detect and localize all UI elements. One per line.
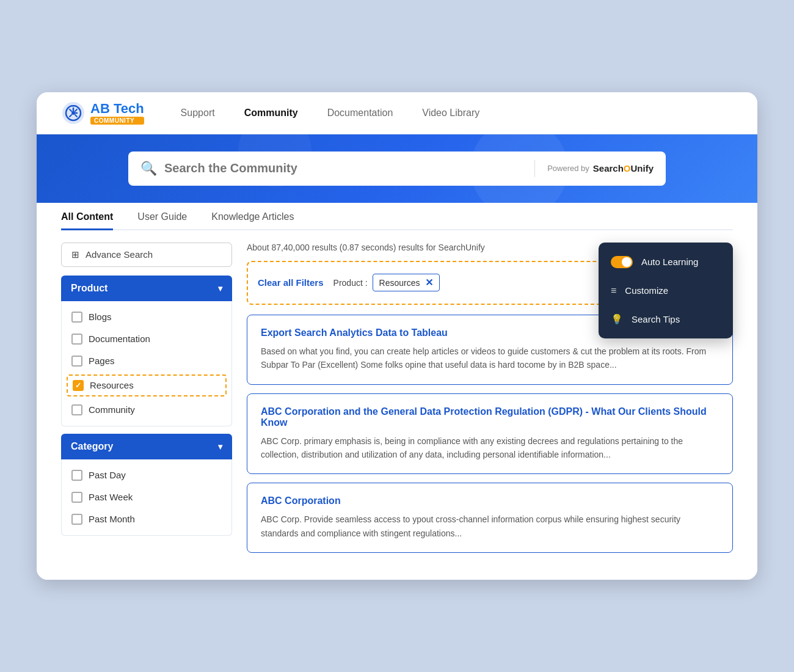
filter-past-day[interactable]: Past Day (62, 464, 231, 486)
logo-text: AB Tech COMMUNITY (90, 101, 144, 125)
result-card-3: ABC Corporation ABC Corp. Provide seamle… (247, 483, 733, 553)
content-area: All Content User Guide Knowledge Article… (37, 203, 757, 580)
tab-knowledge-articles[interactable]: Knowledge Articles (211, 211, 294, 230)
category-filter-section: Category ▾ Past Day Past Week (61, 434, 232, 536)
dropdown-search-tips[interactable]: 💡 Search Tips (599, 305, 733, 334)
filter-remove-icon[interactable]: ✕ (425, 277, 433, 288)
search-input[interactable] (164, 161, 522, 175)
result-card-2: ABC Corporation and the General Data Pro… (247, 393, 733, 475)
product-filter-label: Product : (333, 278, 368, 288)
searchunify-logo: SearchOUnify (593, 163, 654, 173)
search-tips-icon: 💡 (611, 313, 623, 325)
filter-past-month[interactable]: Past Month (62, 508, 231, 530)
hero-section: 🔍 Powered by SearchOUnify (37, 134, 757, 203)
search-icon: 🔍 (140, 161, 157, 177)
nav-links: Support Community Documentation Video Li… (181, 108, 480, 119)
dropdown-customize[interactable]: ≡ Customize (599, 277, 733, 305)
filter-resources[interactable]: Resources (67, 374, 227, 396)
pages-checkbox[interactable] (71, 356, 82, 367)
product-filter-section: Product ▾ Blogs Documentation (61, 276, 232, 426)
powered-by-label: Powered by (547, 164, 589, 173)
sidebar: ⊞ Advance Search Product ▾ Blogs (61, 243, 232, 561)
dropdown-menu: Auto Learning ≡ Customize 💡 Search Tips (599, 243, 733, 338)
nav-documentation[interactable]: Documentation (327, 108, 393, 119)
powered-by: Powered by SearchOUnify (547, 163, 654, 173)
category-filter-header[interactable]: Category ▾ (61, 434, 232, 459)
auto-learning-label: Auto Learning (641, 257, 698, 267)
result-body-1: Based on what you find, you can create h… (261, 345, 719, 372)
logo-icon (61, 101, 86, 125)
clear-filters-button[interactable]: Clear all Filters (258, 277, 324, 288)
nav-community[interactable]: Community (244, 108, 298, 119)
filter-tag: Product : Resources ✕ (333, 274, 440, 291)
nav-support[interactable]: Support (181, 108, 215, 119)
past-month-checkbox[interactable] (71, 514, 82, 525)
tabs: All Content User Guide Knowledge Article… (61, 203, 733, 230)
documentation-checkbox[interactable] (71, 334, 82, 345)
result-title-2[interactable]: ABC Corporation and the General Data Pro… (261, 406, 719, 428)
product-filter-items: Blogs Documentation Pages Resources (61, 301, 232, 426)
filter-pages[interactable]: Pages (62, 350, 231, 372)
top-nav: AB Tech COMMUNITY Support Community Docu… (37, 92, 757, 134)
product-chevron-icon: ▾ (218, 283, 222, 293)
filter-blogs[interactable]: Blogs (62, 306, 231, 328)
main-layout: ⊞ Advance Search Product ▾ Blogs (61, 243, 733, 561)
auto-learning-toggle[interactable] (611, 256, 633, 268)
tab-all-content[interactable]: All Content (61, 211, 113, 230)
resources-checkbox[interactable] (73, 380, 84, 391)
filter-tag-value: Resources ✕ (373, 274, 440, 291)
filter-past-week[interactable]: Past Week (62, 486, 231, 508)
filter-icon: ⊞ (71, 249, 79, 260)
logo-title: AB Tech (90, 101, 144, 117)
svg-point-1 (71, 111, 75, 115)
toggle-knob (622, 257, 632, 267)
advance-search-button[interactable]: ⊞ Advance Search (61, 243, 232, 267)
community-checkbox[interactable] (71, 404, 82, 415)
filter-community[interactable]: Community (62, 399, 231, 421)
filter-tag-text: Resources (379, 278, 420, 288)
search-bar: 🔍 Powered by SearchOUnify (128, 152, 666, 186)
result-body-3: ABC Corp. Provide seamless access to ypo… (261, 513, 719, 540)
category-filter-items: Past Day Past Week Past Month (61, 459, 232, 536)
dropdown-auto-learning[interactable]: Auto Learning (599, 247, 733, 277)
category-chevron-icon: ▾ (218, 442, 222, 451)
filter-documentation[interactable]: Documentation (62, 328, 231, 350)
customize-label: Customize (625, 285, 668, 296)
past-day-checkbox[interactable] (71, 470, 82, 481)
blogs-checkbox[interactable] (71, 312, 82, 323)
result-body-2: ABC Corp. primary emphasis is, being in … (261, 434, 719, 462)
product-filter-header[interactable]: Product ▾ (61, 276, 232, 301)
search-tips-label: Search Tips (632, 314, 680, 324)
past-week-checkbox[interactable] (71, 492, 82, 503)
logo: AB Tech COMMUNITY (61, 101, 144, 125)
search-divider (534, 160, 535, 177)
result-title-3[interactable]: ABC Corporation (261, 495, 719, 506)
customize-icon: ≡ (611, 285, 616, 296)
main-window: AB Tech COMMUNITY Support Community Docu… (37, 92, 757, 580)
nav-video-library[interactable]: Video Library (422, 108, 479, 119)
tab-user-guide[interactable]: User Guide (137, 211, 187, 230)
logo-badge: COMMUNITY (90, 117, 144, 125)
